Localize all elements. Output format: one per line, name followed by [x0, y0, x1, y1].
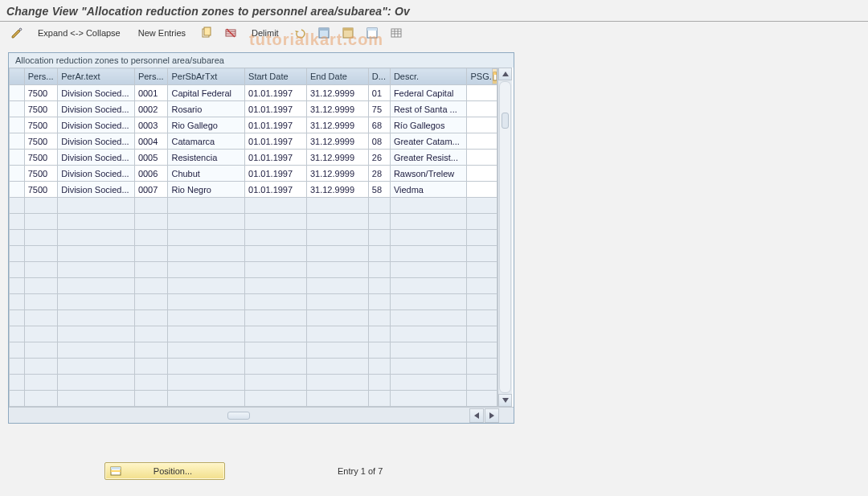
- row-handle[interactable]: [10, 246, 25, 262]
- cell-psg[interactable]: [467, 101, 497, 117]
- cell-empty[interactable]: [245, 310, 307, 326]
- hscroll-grip-icon[interactable]: [227, 412, 250, 420]
- cell-empty[interactable]: [168, 359, 245, 375]
- cell-empty[interactable]: [58, 326, 135, 342]
- cell-empty[interactable]: [168, 214, 245, 230]
- table-row[interactable]: 7500Division Socied...0006Chubut01.01.19…: [10, 166, 497, 182]
- cell-empty[interactable]: [390, 375, 467, 391]
- cell-empty[interactable]: [245, 391, 307, 407]
- scroll-notch[interactable]: [502, 113, 509, 129]
- cell-d[interactable]: 01: [368, 85, 390, 101]
- cell-empty[interactable]: [24, 391, 58, 407]
- row-handle[interactable]: [10, 310, 25, 326]
- row-handle[interactable]: [10, 375, 25, 391]
- cell-psg[interactable]: [467, 150, 497, 166]
- cell-empty[interactable]: [390, 310, 467, 326]
- col-per-ar-text[interactable]: PerAr.text: [58, 68, 135, 85]
- cell-end_date[interactable]: 31.12.9999: [306, 182, 368, 198]
- table-row[interactable]: [10, 278, 497, 294]
- row-handle[interactable]: [10, 326, 25, 342]
- cell-empty[interactable]: [134, 230, 168, 246]
- cell-empty[interactable]: [168, 294, 245, 310]
- cell-empty[interactable]: [368, 326, 390, 342]
- cell-empty[interactable]: [306, 214, 368, 230]
- new-entries-button[interactable]: New Entries: [131, 24, 193, 42]
- cell-empty[interactable]: [467, 278, 497, 294]
- cell-pers_sub[interactable]: 0004: [134, 133, 168, 150]
- cell-d[interactable]: 58: [368, 182, 390, 198]
- cell-empty[interactable]: [390, 326, 467, 342]
- cell-empty[interactable]: [467, 342, 497, 359]
- cell-empty[interactable]: [168, 230, 245, 246]
- cell-empty[interactable]: [390, 198, 467, 214]
- cell-pers_sub[interactable]: 0001: [134, 85, 168, 101]
- row-handle[interactable]: [10, 278, 25, 294]
- cell-d[interactable]: 08: [368, 133, 390, 150]
- table-row[interactable]: [10, 375, 497, 391]
- cell-start_date[interactable]: 01.01.1997: [245, 133, 307, 150]
- cell-empty[interactable]: [306, 342, 368, 359]
- cell-empty[interactable]: [58, 294, 135, 310]
- cell-empty[interactable]: [168, 310, 245, 326]
- row-handle[interactable]: [10, 342, 25, 359]
- row-handle[interactable]: [10, 117, 25, 133]
- cell-end_date[interactable]: 31.12.9999: [306, 166, 368, 182]
- cell-empty[interactable]: [24, 198, 58, 214]
- cell-psg[interactable]: [467, 133, 497, 150]
- cell-d[interactable]: 28: [368, 166, 390, 182]
- copy-as-button[interactable]: [196, 24, 217, 42]
- table-row[interactable]: [10, 359, 497, 375]
- cell-pers_sub[interactable]: 0003: [134, 117, 168, 133]
- cell-end_date[interactable]: 31.12.9999: [306, 150, 368, 166]
- cell-empty[interactable]: [390, 359, 467, 375]
- table-row[interactable]: 7500Division Socied...0002Rosario01.01.1…: [10, 101, 497, 117]
- cell-empty[interactable]: [24, 310, 58, 326]
- cell-empty[interactable]: [245, 214, 307, 230]
- cell-empty[interactable]: [306, 230, 368, 246]
- col-d[interactable]: D...: [368, 68, 390, 85]
- cell-empty[interactable]: [58, 198, 135, 214]
- cell-empty[interactable]: [368, 310, 390, 326]
- cell-empty[interactable]: [245, 262, 307, 278]
- cell-empty[interactable]: [390, 278, 467, 294]
- cell-empty[interactable]: [134, 342, 168, 359]
- cell-empty[interactable]: [306, 310, 368, 326]
- cell-empty[interactable]: [24, 294, 58, 310]
- horizontal-scrollbar[interactable]: [9, 407, 514, 423]
- col-pers-sub[interactable]: Pers...: [134, 68, 168, 85]
- delimit-button[interactable]: Delimit: [244, 24, 286, 42]
- cell-empty[interactable]: [368, 375, 390, 391]
- cell-empty[interactable]: [368, 214, 390, 230]
- cell-empty[interactable]: [368, 198, 390, 214]
- cell-empty[interactable]: [306, 391, 368, 407]
- cell-empty[interactable]: [390, 230, 467, 246]
- cell-start_date[interactable]: 01.01.1997: [245, 182, 307, 198]
- cell-empty[interactable]: [168, 342, 245, 359]
- cell-empty[interactable]: [58, 359, 135, 375]
- cell-empty[interactable]: [368, 230, 390, 246]
- scroll-right-button[interactable]: [485, 408, 499, 423]
- table-row[interactable]: [10, 262, 497, 278]
- cell-empty[interactable]: [245, 246, 307, 262]
- cell-pers_sub[interactable]: 0002: [134, 101, 168, 117]
- cell-pers_sub[interactable]: 0006: [134, 166, 168, 182]
- table-row[interactable]: 7500Division Socied...0005Resistencia01.…: [10, 150, 497, 166]
- row-handle[interactable]: [10, 214, 25, 230]
- expand-collapse-button[interactable]: Expand <-> Collapse: [31, 24, 128, 42]
- cell-empty[interactable]: [245, 342, 307, 359]
- cell-empty[interactable]: [467, 294, 497, 310]
- cell-empty[interactable]: [390, 262, 467, 278]
- cell-empty[interactable]: [245, 326, 307, 342]
- cell-empty[interactable]: [368, 246, 390, 262]
- table-row[interactable]: 7500Division Socied...0007Rio Negro01.01…: [10, 182, 497, 198]
- col-descr[interactable]: Descr.: [390, 68, 467, 85]
- cell-empty[interactable]: [58, 375, 135, 391]
- cell-start_date[interactable]: 01.01.1997: [245, 85, 307, 101]
- cell-empty[interactable]: [168, 375, 245, 391]
- cell-empty[interactable]: [467, 310, 497, 326]
- cell-empty[interactable]: [134, 326, 168, 342]
- cell-end_date[interactable]: 31.12.9999: [306, 85, 368, 101]
- cell-empty[interactable]: [368, 359, 390, 375]
- cell-d[interactable]: 75: [368, 101, 390, 117]
- cell-start_date[interactable]: 01.01.1997: [245, 101, 307, 117]
